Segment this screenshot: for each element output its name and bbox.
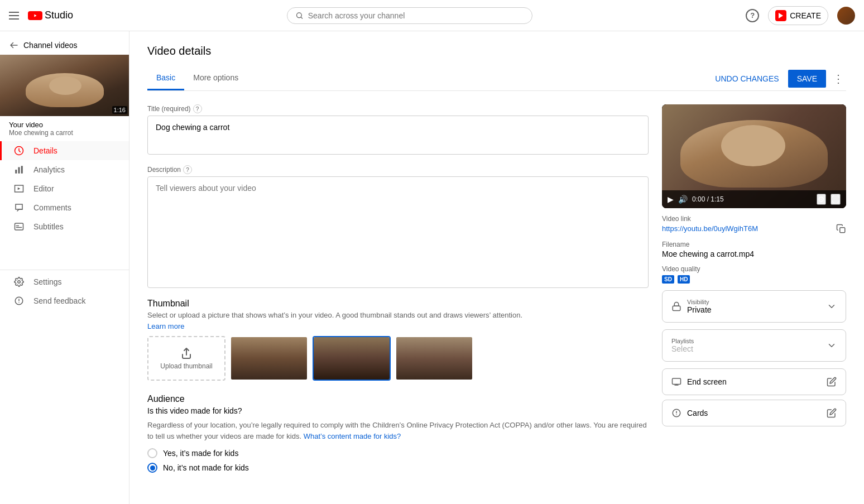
undo-button[interactable]: UNDO CHANGES bbox=[711, 70, 783, 88]
main-layout: Channel videos 1:16 Your video Moe chewi… bbox=[0, 31, 864, 504]
sidebar-item-details[interactable]: Details bbox=[0, 141, 129, 160]
end-screen-box[interactable]: End screen bbox=[662, 368, 846, 395]
quality-section: Video quality SD HD bbox=[662, 265, 846, 284]
cards-box[interactable]: Cards bbox=[662, 400, 846, 426]
play-button[interactable]: ▶ bbox=[668, 195, 674, 204]
yt-logo bbox=[28, 11, 42, 20]
fullscreen-button[interactable]: ⛶ bbox=[831, 194, 841, 205]
thumbnail-option-3[interactable] bbox=[395, 336, 473, 381]
top-navigation: Studio ? CREATE bbox=[0, 0, 864, 31]
playlists-dropdown[interactable]: Playlists Select bbox=[662, 329, 846, 362]
svg-point-0 bbox=[296, 12, 301, 17]
details-label: Details bbox=[33, 146, 57, 155]
description-input[interactable] bbox=[147, 176, 649, 288]
studio-text: Studio bbox=[45, 9, 73, 21]
avatar[interactable] bbox=[837, 7, 855, 25]
title-label: Title (required) ? bbox=[147, 104, 649, 113]
title-input[interactable]: Dog chewing a carrot bbox=[147, 116, 649, 155]
settings-icon bbox=[13, 277, 25, 287]
video-preview: ▶ 🔊 0:00 / 1:15 ⚙ ⛶ bbox=[662, 104, 846, 208]
youtube-studio-logo[interactable]: Studio bbox=[28, 9, 73, 21]
thumbnail-option-1[interactable] bbox=[230, 336, 308, 381]
create-label: CREATE bbox=[790, 11, 821, 20]
settings-label: Settings bbox=[33, 277, 62, 286]
upload-icon bbox=[180, 347, 193, 360]
audience-question: Is this video made for kids? bbox=[147, 406, 649, 415]
sidebar-item-editor[interactable]: Editor bbox=[0, 179, 129, 198]
audience-section: Audience Is this video made for kids? Re… bbox=[147, 394, 649, 473]
kids-content-link[interactable]: What’s content made for kids? bbox=[304, 432, 401, 440]
svg-rect-9 bbox=[673, 306, 680, 310]
subtitles-label: Subtitles bbox=[33, 222, 64, 231]
learn-more-link[interactable]: Learn more bbox=[147, 322, 184, 330]
back-to-channel[interactable]: Channel videos bbox=[0, 36, 129, 55]
cards-edit-icon[interactable] bbox=[827, 408, 837, 418]
create-icon bbox=[775, 10, 786, 21]
desc-help-icon[interactable]: ? bbox=[183, 165, 192, 174]
radio-yes-label: Yes, it’s made for kids bbox=[163, 449, 238, 458]
tab-basic[interactable]: Basic bbox=[147, 66, 184, 90]
sidebar-video-title: Your video bbox=[9, 121, 120, 129]
upload-thumbnail-button[interactable]: Upload thumbnail bbox=[147, 336, 225, 381]
search-input[interactable] bbox=[308, 11, 524, 20]
video-link[interactable]: https://youtu.be/0uylWgihT6M bbox=[662, 224, 758, 233]
thumbnail-section: Thumbnail Select or upload a picture tha… bbox=[147, 299, 649, 381]
form-left: Title (required) ? Dog chewing a carrot … bbox=[147, 104, 649, 486]
back-arrow-icon bbox=[9, 40, 19, 50]
svg-rect-4 bbox=[15, 223, 23, 230]
cards-label: Cards bbox=[687, 409, 708, 417]
cards-icon bbox=[671, 408, 681, 418]
end-screen-icon bbox=[671, 377, 681, 387]
sidebar-item-comments[interactable]: Comments bbox=[0, 198, 129, 217]
filename-value: Moe chewing a carrot.mp4 bbox=[662, 249, 846, 258]
sidebar-item-analytics[interactable]: Analytics bbox=[0, 160, 129, 179]
tabs-bar: Basic More options UNDO CHANGES SAVE ⋮ bbox=[147, 66, 846, 91]
search-bar bbox=[73, 7, 746, 24]
settings-gear-button[interactable]: ⚙ bbox=[817, 194, 826, 205]
visibility-dropdown[interactable]: Visibility Private bbox=[662, 290, 846, 323]
title-help-icon[interactable]: ? bbox=[193, 104, 202, 113]
sidebar-item-feedback[interactable]: Send feedback bbox=[0, 291, 129, 310]
visibility-label: Visibility Private bbox=[687, 299, 712, 314]
menu-button[interactable] bbox=[9, 12, 19, 20]
radio-no[interactable]: No, it’s not made for kids bbox=[147, 463, 649, 473]
thumbnail-option-2[interactable] bbox=[313, 336, 391, 381]
visibility-left: Visibility Private bbox=[671, 299, 712, 314]
svg-rect-2 bbox=[18, 167, 20, 174]
desc-label: Description ? bbox=[147, 165, 649, 174]
help-icon[interactable]: ? bbox=[746, 9, 759, 22]
right-panel: ▶ 🔊 0:00 / 1:15 ⚙ ⛶ Video link https://y… bbox=[662, 104, 846, 486]
audience-title: Audience bbox=[147, 394, 649, 404]
nav-right: ? CREATE bbox=[746, 6, 855, 25]
radio-yes[interactable]: Yes, it’s made for kids bbox=[147, 448, 649, 458]
volume-button[interactable]: 🔊 bbox=[678, 195, 688, 204]
cards-left: Cards bbox=[671, 408, 708, 418]
svg-rect-10 bbox=[673, 378, 681, 385]
thumbnail-title: Thumbnail bbox=[147, 299, 649, 309]
sidebar-item-settings[interactable]: Settings bbox=[0, 272, 129, 291]
tab-more-options[interactable]: More options bbox=[184, 66, 247, 90]
sd-badge: SD bbox=[662, 275, 674, 284]
sidebar-video-info: Your video Moe chewing a carrot bbox=[0, 116, 129, 141]
svg-rect-1 bbox=[15, 170, 17, 174]
sidebar-item-subtitles[interactable]: Subtitles bbox=[0, 217, 129, 236]
sidebar: Channel videos 1:16 Your video Moe chewi… bbox=[0, 31, 129, 504]
quality-label: Video quality bbox=[662, 265, 846, 273]
search-wrapper[interactable] bbox=[287, 7, 532, 24]
save-button[interactable]: SAVE bbox=[788, 70, 826, 88]
video-thumbnail-sidebar[interactable]: 1:16 bbox=[0, 55, 129, 116]
video-duration-badge: 1:16 bbox=[112, 106, 127, 114]
comments-icon bbox=[13, 203, 25, 213]
copy-icon[interactable] bbox=[836, 224, 846, 234]
sidebar-video-subtitle: Moe chewing a carrot bbox=[9, 129, 120, 137]
thumbnail-subtitle: Select or upload a picture that shows wh… bbox=[147, 311, 649, 319]
create-button[interactable]: CREATE bbox=[768, 6, 828, 25]
radio-no-label: No, it’s not made for kids bbox=[163, 463, 249, 472]
filename-label: Filename bbox=[662, 241, 846, 248]
editor-icon bbox=[13, 184, 25, 194]
video-link-section: Video link https://youtu.be/0uylWgihT6M bbox=[662, 215, 846, 234]
audience-legal-text: Regardless of your location, you’re lega… bbox=[147, 420, 649, 441]
details-icon bbox=[13, 146, 25, 156]
more-options-button[interactable]: ⋮ bbox=[831, 70, 846, 88]
end-screen-edit-icon[interactable] bbox=[827, 377, 837, 387]
